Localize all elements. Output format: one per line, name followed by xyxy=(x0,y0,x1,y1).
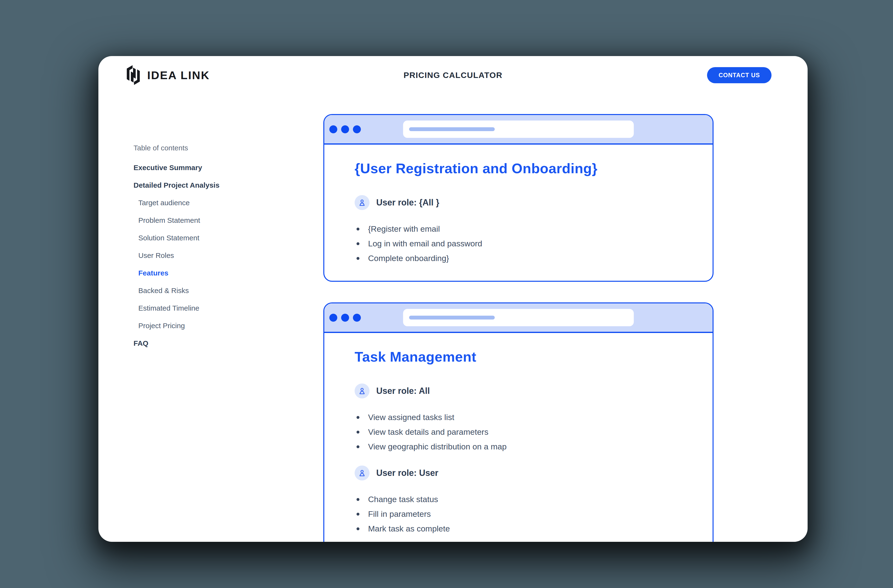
role-section: User role: User Change task status Fill … xyxy=(355,466,682,536)
browser-chrome-bar xyxy=(324,115,713,144)
user-role-label: User role: All xyxy=(376,386,430,396)
window-dot-icon xyxy=(341,125,349,133)
toc-item-features[interactable]: Features xyxy=(134,264,323,282)
feature-list: Change task status Fill in parameters Ma… xyxy=(355,492,682,536)
person-icon xyxy=(355,466,370,480)
feature-item: Log in with email and password xyxy=(355,236,682,251)
app-window: IDEA LINK PRICING CALCULATOR CONTACT US … xyxy=(98,56,807,542)
toc-item-backed-and-risks[interactable]: Backed & Risks xyxy=(134,282,323,299)
window-dot-icon xyxy=(341,314,349,322)
feature-item: {Register with email xyxy=(355,222,682,236)
person-icon xyxy=(355,383,370,399)
table-of-contents: Table of contents Executive Summary Deta… xyxy=(98,94,323,542)
feature-item: Mark task as complete xyxy=(355,521,682,536)
toc-item-target-audience[interactable]: Target audience xyxy=(134,194,323,212)
feature-cards-column: {User Registration and Onboarding} User … xyxy=(323,94,714,542)
toc-item-user-roles[interactable]: User Roles xyxy=(134,247,323,264)
window-dots-icon xyxy=(329,314,361,322)
brand-name: IDEA LINK xyxy=(147,69,210,82)
window-dot-icon xyxy=(353,125,361,133)
address-bar xyxy=(403,309,634,326)
address-bar-placeholder xyxy=(409,316,495,319)
window-dot-icon xyxy=(329,125,337,133)
feature-item: View task details and parameters xyxy=(355,425,682,439)
role-section: User role: All View assigned tasks list … xyxy=(355,383,682,454)
toc-title: Table of contents xyxy=(134,139,323,156)
toc-item-problem-statement[interactable]: Problem Statement xyxy=(134,212,323,229)
user-role-row: User role: All xyxy=(355,383,682,399)
toc-item-faq[interactable]: FAQ xyxy=(134,334,323,352)
user-role-label: User role: {All } xyxy=(376,197,439,208)
top-bar: IDEA LINK PRICING CALCULATOR CONTACT US xyxy=(98,56,807,94)
feature-list: {Register with email Log in with email a… xyxy=(355,222,682,266)
user-role-label: User role: User xyxy=(376,468,438,478)
address-bar-placeholder xyxy=(409,127,495,131)
feature-item: View assigned tasks list xyxy=(355,410,682,425)
idea-link-logo-icon xyxy=(126,65,140,85)
feature-card-task-management: Task Management User role: All xyxy=(323,302,714,542)
toc-item-detailed-project-analysis[interactable]: Detailed Project Analysis xyxy=(134,176,323,194)
address-bar xyxy=(403,120,634,138)
feature-item: Change task status xyxy=(355,492,682,507)
feature-item: Complete onboarding} xyxy=(355,251,682,266)
feature-item: Fill in parameters xyxy=(355,507,682,521)
card-title: {User Registration and Onboarding} xyxy=(355,160,682,177)
toc-item-project-pricing[interactable]: Project Pricing xyxy=(134,317,323,334)
toc-item-solution-statement[interactable]: Solution Statement xyxy=(134,229,323,247)
browser-chrome-bar xyxy=(324,304,713,333)
feature-list: View assigned tasks list View task detai… xyxy=(355,410,682,454)
brand-logo[interactable]: IDEA LINK xyxy=(126,65,210,85)
page-title: PRICING CALCULATOR xyxy=(403,71,502,80)
card-body: {User Registration and Onboarding} User … xyxy=(324,144,713,266)
role-section: User role: {All } {Register with email L… xyxy=(355,195,682,266)
window-dots-icon xyxy=(329,125,361,133)
card-title: Task Management xyxy=(355,348,682,365)
contact-us-button[interactable]: CONTACT US xyxy=(707,67,771,83)
person-icon xyxy=(355,195,370,210)
content-area: Table of contents Executive Summary Deta… xyxy=(98,94,807,542)
window-dot-icon xyxy=(329,314,337,322)
page-background: IDEA LINK PRICING CALCULATOR CONTACT US … xyxy=(0,0,893,588)
window-dot-icon xyxy=(353,314,361,322)
user-role-row: User role: User xyxy=(355,466,682,480)
toc-item-estimated-timeline[interactable]: Estimated Timeline xyxy=(134,299,323,317)
feature-card-user-registration: {User Registration and Onboarding} User … xyxy=(323,114,714,282)
feature-item: View geographic distribution on a map xyxy=(355,439,682,454)
user-role-row: User role: {All } xyxy=(355,195,682,210)
toc-item-executive-summary[interactable]: Executive Summary xyxy=(134,159,323,176)
card-body: Task Management User role: All xyxy=(324,333,713,536)
